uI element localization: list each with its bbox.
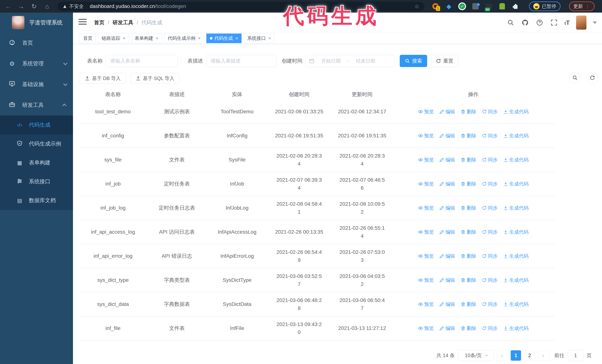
preview-link[interactable]: 预览	[418, 324, 434, 332]
delete-link[interactable]: 删除	[461, 108, 476, 115]
table-desc-input[interactable]	[206, 55, 277, 67]
paused-badge[interactable]: 已暂停	[529, 1, 560, 11]
preview-link[interactable]: 预览	[418, 228, 434, 236]
green-check-extension-icon[interactable]: ✓	[458, 2, 466, 10]
close-icon[interactable]: ×	[198, 36, 201, 41]
toggle-search-button[interactable]	[569, 72, 581, 84]
reset-button[interactable]: 重置	[431, 55, 458, 67]
refresh-table-button[interactable]	[586, 72, 598, 84]
delete-link[interactable]: 删除	[461, 276, 476, 284]
search-button[interactable]: 搜索	[400, 55, 427, 67]
edit-link[interactable]: 编辑	[439, 132, 455, 139]
delete-link[interactable]: 删除	[461, 204, 476, 212]
edit-link[interactable]: 编辑	[439, 180, 455, 187]
page-button-2[interactable]: 2	[524, 350, 535, 361]
close-icon[interactable]: ×	[269, 36, 271, 41]
sync-link[interactable]: 同步	[482, 156, 498, 164]
sync-link[interactable]: 同步	[482, 180, 498, 187]
robot-extension-icon[interactable]	[498, 2, 506, 10]
on-badge-extension-icon[interactable]: on	[485, 2, 493, 10]
date-range-picker[interactable]: -	[305, 55, 395, 67]
tab-代码生成[interactable]: 代码生成×	[206, 33, 242, 43]
forward-icon[interactable]: →	[17, 3, 25, 10]
start-date-input[interactable]	[317, 58, 345, 64]
edit-link[interactable]: 编辑	[439, 156, 455, 164]
sync-link[interactable]: 同步	[482, 252, 498, 260]
tab-首页[interactable]: 首页	[80, 33, 96, 43]
edit-link[interactable]: 编辑	[439, 252, 455, 260]
font-size-icon[interactable]: tT	[564, 19, 570, 26]
delete-link[interactable]: 删除	[461, 156, 476, 164]
breadcrumb-home[interactable]: 首页	[94, 19, 105, 26]
sidebar-subitem-代码生成[interactable]: ‹/›代码生成	[0, 115, 73, 135]
generate-code-link[interactable]: 生成代码	[503, 156, 529, 164]
sidebar-item-基础设施[interactable]: 基础设施	[0, 74, 73, 95]
preview-link[interactable]: 预览	[418, 204, 434, 212]
avatar[interactable]	[576, 16, 586, 30]
close-icon[interactable]: ×	[156, 36, 158, 41]
search-icon[interactable]	[507, 19, 515, 27]
page-size-select[interactable]: 10条/页	[458, 350, 494, 361]
sync-link[interactable]: 同步	[482, 108, 498, 115]
page-button-1[interactable]: 1	[511, 350, 521, 361]
sidebar-item-系统管理[interactable]: ⚙系统管理	[0, 53, 73, 74]
bookmark-star-icon[interactable]: ☆	[414, 3, 419, 10]
security-warning[interactable]: ▲不安全	[62, 3, 84, 10]
sidebar-item-首页[interactable]: 首页	[0, 32, 73, 53]
delete-link[interactable]: 删除	[461, 132, 476, 139]
goto-page-input[interactable]	[568, 350, 583, 361]
sidebar-subitem-表单构建[interactable]: ▦表单构建	[0, 153, 73, 172]
preview-link[interactable]: 预览	[418, 276, 434, 284]
sync-link[interactable]: 同步	[482, 324, 498, 332]
tab-代码生成示例[interactable]: 代码生成示例×	[164, 33, 204, 43]
sidebar-subitem-数据库文档[interactable]: ▤数据库文档	[0, 191, 73, 210]
delete-link[interactable]: 删除	[461, 252, 476, 260]
sidebar-subitem-代码生成示例[interactable]: 代码生成示例	[0, 135, 73, 153]
preview-link[interactable]: 预览	[418, 132, 434, 139]
delete-link[interactable]: 删除	[461, 228, 476, 236]
sync-link[interactable]: 同步	[482, 228, 498, 236]
generate-code-link[interactable]: 生成代码	[503, 276, 529, 284]
import-sql-button[interactable]: 基于 SQL 导入	[130, 73, 180, 84]
edit-link[interactable]: 编辑	[439, 204, 455, 212]
prev-page-button[interactable]: ‹	[497, 350, 507, 361]
sync-link[interactable]: 同步	[482, 276, 498, 284]
generate-code-link[interactable]: 生成代码	[503, 252, 529, 260]
reload-icon[interactable]: ↻	[30, 3, 38, 10]
generate-code-link[interactable]: 生成代码	[503, 132, 529, 139]
edit-link[interactable]: 编辑	[439, 108, 455, 115]
edit-link[interactable]: 编辑	[439, 276, 455, 284]
generate-code-link[interactable]: 生成代码	[503, 180, 529, 187]
orange-extension-icon[interactable]: 1	[431, 2, 439, 10]
tab-系统接口[interactable]: 系统接口×	[244, 33, 275, 43]
github-icon[interactable]	[521, 19, 529, 27]
generate-code-link[interactable]: 生成代码	[503, 228, 529, 236]
preview-link[interactable]: 预览	[418, 108, 434, 115]
edit-link[interactable]: 编辑	[439, 228, 455, 236]
grid-extension-icon[interactable]: ◆	[472, 2, 479, 10]
tab-链路追踪[interactable]: 链路追踪×	[98, 33, 129, 43]
chevron-down-icon[interactable]	[593, 21, 597, 24]
generate-code-link[interactable]: 生成代码	[503, 324, 529, 332]
preview-link[interactable]: 预览	[418, 156, 434, 164]
delete-link[interactable]: 删除	[461, 301, 476, 308]
home-icon[interactable]: ⌂	[43, 3, 51, 10]
preview-link[interactable]: 预览	[418, 252, 434, 260]
delete-link[interactable]: 删除	[461, 324, 476, 332]
tab-表单构建[interactable]: 表单构建×	[131, 33, 162, 43]
sidebar-item-研发工具[interactable]: 研发工具	[0, 95, 73, 115]
edit-link[interactable]: 编辑	[439, 301, 455, 308]
sync-link[interactable]: 同步	[482, 204, 498, 212]
import-db-button[interactable]: 基于 DB 导入	[80, 73, 126, 84]
sync-link[interactable]: 同步	[482, 301, 498, 308]
close-icon[interactable]: ×	[236, 36, 238, 41]
update-badge[interactable]: 更新 ⋮	[569, 1, 595, 11]
close-icon[interactable]: ×	[123, 36, 125, 41]
generate-code-link[interactable]: 生成代码	[503, 301, 529, 308]
logo-area[interactable]: 芋道管理系统	[0, 13, 73, 32]
sync-link[interactable]: 同步	[482, 132, 498, 139]
sidebar-subitem-系统接口[interactable]: 系统接口	[0, 172, 73, 191]
end-date-input[interactable]	[352, 58, 379, 64]
back-icon[interactable]: ←	[4, 3, 12, 10]
delete-link[interactable]: 删除	[461, 180, 476, 187]
